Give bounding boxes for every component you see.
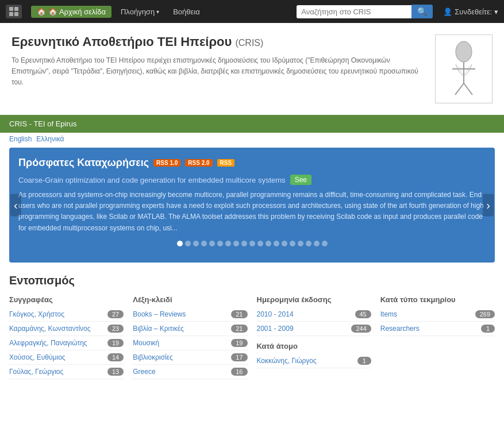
- discover-item: Γούλας, Γεώργιος13: [9, 365, 124, 379]
- carousel-dot-7[interactable]: [233, 241, 239, 246]
- discover-item: Βιβλία – Κριτικές21: [133, 322, 247, 336]
- discover-item: Χούσος, Ευθύμιος14: [9, 350, 124, 365]
- discover-item-link[interactable]: Καραμάνης, Κωνσταντίνος: [9, 325, 91, 333]
- discover-item-link[interactable]: Γκόγκος, Χρήστος: [9, 310, 64, 318]
- rss1-badge[interactable]: RSS 1.0: [153, 159, 180, 167]
- discover-item-link[interactable]: Αλεφραγκής, Παναγιώτης: [9, 339, 87, 347]
- home-icon: 🏠: [37, 7, 46, 16]
- discover-col-title-types: Κατά τύπο τεκμηρίου: [380, 295, 495, 304]
- discover-col-dates: Ημερομηνία έκδοσης2010 - 2014452001 - 20…: [257, 295, 371, 379]
- green-bar-label: CRIS - TEI of Epirus: [9, 119, 77, 128]
- discover-item-badge: 14: [107, 353, 124, 361]
- discover-item-badge: 17: [231, 353, 247, 361]
- lang-greek[interactable]: Ελληνικά: [36, 135, 64, 143]
- discover-item-badge: 19: [107, 339, 124, 347]
- carousel-dot-17[interactable]: [314, 241, 320, 246]
- carousel-dot-8[interactable]: [241, 241, 247, 246]
- discover-sub-item-badge: 1: [357, 357, 371, 365]
- carousel-dot-12[interactable]: [274, 241, 279, 246]
- discover-item: Μουσική19: [133, 336, 247, 350]
- discover-item-badge: 1: [481, 325, 495, 333]
- hero-text: Ερευνητικό Αποθετήριο ΤΕΙ Ηπείρου (CRIS)…: [11, 34, 424, 88]
- svg-point-0: [456, 41, 472, 62]
- home-label: 🏠 Αρχική σελίδα: [48, 7, 106, 16]
- discover-sub-item: Κοκκώνης, Γιώργος1: [257, 354, 371, 368]
- discover-item-link[interactable]: Greece: [133, 368, 155, 376]
- lang-english[interactable]: English: [9, 135, 32, 143]
- see-button[interactable]: See: [290, 175, 311, 185]
- carousel-dot-4[interactable]: [209, 241, 215, 246]
- home-link[interactable]: 🏠 🏠 Αρχική σελίδα: [31, 6, 111, 18]
- discover-col-title-dates: Ημερομηνία έκδοσης: [257, 295, 371, 304]
- discover-item-link[interactable]: 2001 - 2009: [257, 325, 294, 333]
- nav-navigation-label: Πλοήγηση: [121, 7, 155, 16]
- carousel-dot-9[interactable]: [249, 241, 255, 246]
- discover-col-keywords: Λέξη-κλειδίBooks – Reviews21Βιβλία – Κρι…: [133, 295, 247, 379]
- discover-item-link[interactable]: Βιβλία – Κριτικές: [133, 325, 184, 333]
- carousel-dot-6[interactable]: [225, 241, 231, 246]
- discover-item-link[interactable]: Items: [380, 310, 397, 318]
- carousel-dot-14[interactable]: [290, 241, 295, 246]
- discover-item: Καραμάνης, Κωνσταντίνος23: [9, 322, 124, 336]
- carousel-title-text: Πρόσφατες Καταχωρήσεις: [18, 157, 149, 169]
- carousel-dot-13[interactable]: [282, 241, 287, 246]
- discover-item-link[interactable]: Βιβλιοκρισίες: [133, 353, 173, 361]
- discover-grid: ΣυγγραφέαςΓκόγκος, Χρήστος27Καραμάνης, Κ…: [9, 295, 495, 379]
- discover-item-badge: 13: [107, 368, 124, 376]
- discover-item-link[interactable]: 2010 - 2014: [257, 310, 294, 318]
- hero-cris-badge: (CRIS): [235, 38, 263, 48]
- discover-item-badge: 16: [231, 368, 247, 376]
- discover-item-badge: 45: [355, 310, 371, 318]
- discover-item-badge: 27: [107, 310, 124, 318]
- discover-item-badge: 269: [475, 310, 495, 318]
- nav-navigation[interactable]: Πλοήγηση ▾: [116, 6, 164, 18]
- discover-item: 2001 - 2009244: [257, 322, 371, 336]
- carousel-dot-15[interactable]: [298, 241, 303, 246]
- discover-item-badge: 23: [107, 325, 124, 333]
- hero-image: [435, 34, 493, 103]
- nav-help-label: Βοήθεια: [173, 7, 200, 16]
- carousel-dot-5[interactable]: [217, 241, 223, 246]
- discover-item-link[interactable]: Γούλας, Γεώργιος: [9, 368, 63, 376]
- lang-bar: English Ελληνικά: [0, 133, 504, 145]
- nav-help[interactable]: Βοήθεια: [168, 6, 205, 18]
- carousel-dot-18[interactable]: [322, 241, 328, 246]
- discover-col-authors: ΣυγγραφέαςΓκόγκος, Χρήστος27Καραμάνης, Κ…: [9, 295, 124, 379]
- discover-item-badge: 19: [231, 339, 247, 347]
- user-menu[interactable]: 👤 Συνδεθείτε: ▾: [443, 7, 498, 16]
- carousel-dot-0[interactable]: [177, 241, 183, 246]
- discover-item: Greece16: [133, 365, 247, 379]
- user-label: Συνδεθείτε: ▾: [455, 7, 498, 16]
- discover-sub-item-link[interactable]: Κοκκώνης, Γιώργος: [257, 357, 317, 365]
- carousel-dot-16[interactable]: [306, 241, 311, 246]
- discover-item-badge: 21: [231, 310, 247, 318]
- discover-col-title-keywords: Λέξη-κλειδί: [133, 295, 247, 304]
- hero-title-main: Ερευνητικό Αποθετήριο ΤΕΙ Ηπείρου: [11, 34, 232, 49]
- discover-item: Βιβλιοκρισίες17: [133, 350, 247, 365]
- carousel-item-text: Coarse-Grain optimization and code gener…: [18, 176, 286, 184]
- nav-navigation-caret: ▾: [156, 9, 159, 15]
- discover-col-subtitle-dates: Κατά άτομο: [257, 342, 371, 350]
- rss2-badge[interactable]: RSS 2.0: [185, 159, 212, 167]
- carousel-dot-11[interactable]: [266, 241, 271, 246]
- carousel-dot-2[interactable]: [193, 241, 199, 246]
- carousel-body-text: As processors and systems-on-chip increa…: [18, 190, 486, 234]
- search-input[interactable]: [297, 5, 411, 18]
- carousel-dot-10[interactable]: [257, 241, 263, 246]
- carousel-dot-3[interactable]: [201, 241, 207, 246]
- discover-item-badge: 244: [351, 325, 371, 333]
- discover-item-link[interactable]: Χούσος, Ευθύμιος: [9, 353, 66, 361]
- discover-section: Εντοπισμός ΣυγγραφέαςΓκόγκος, Χρήστος27Κ…: [0, 274, 504, 391]
- search-button[interactable]: 🔍: [411, 5, 433, 18]
- carousel-prev-button[interactable]: ‹: [10, 194, 21, 217]
- rss3-badge[interactable]: RSS: [217, 159, 235, 167]
- discover-item-link[interactable]: Μουσική: [133, 339, 159, 347]
- carousel-dot-1[interactable]: [185, 241, 191, 246]
- brand-grid[interactable]: [6, 5, 22, 18]
- discover-item-link[interactable]: Books – Reviews: [133, 310, 186, 318]
- green-bar: CRIS - TEI of Epirus: [0, 115, 504, 133]
- discover-item-link[interactable]: Researchers: [380, 325, 420, 333]
- carousel-next-button[interactable]: ›: [483, 194, 494, 217]
- hero-section: Ερευνητικό Αποθετήριο ΤΕΙ Ηπείρου (CRIS)…: [0, 23, 504, 109]
- search-form: 🔍: [297, 5, 433, 18]
